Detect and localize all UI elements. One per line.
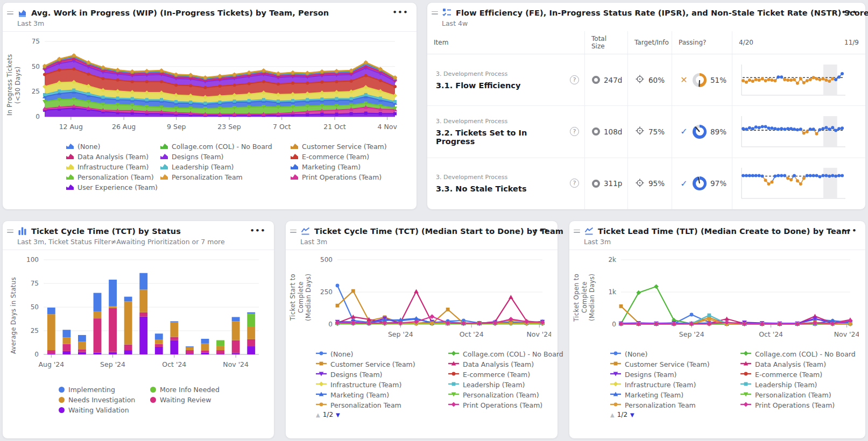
- page-down-icon[interactable]: ▼: [630, 412, 634, 418]
- page-up-icon[interactable]: ▲: [316, 412, 320, 418]
- svg-text:21 Oct: 21 Oct: [323, 123, 346, 131]
- legend-item[interactable]: (None): [316, 350, 443, 358]
- legend-swatch: [740, 350, 751, 357]
- panel-menu-button[interactable]: •••: [842, 8, 857, 16]
- legend-swatch: [316, 401, 327, 408]
- svg-text:100: 100: [26, 256, 39, 264]
- legend-item[interactable]: Implementing: [59, 386, 145, 394]
- drag-handle-icon[interactable]: [290, 229, 297, 234]
- legend-item[interactable]: Waiting Validation: [59, 406, 145, 414]
- row-name: 3.2. Tickets Set to In Progress: [436, 129, 566, 146]
- legend-item[interactable]: Customer Service (Team): [316, 360, 443, 368]
- help-icon[interactable]: ?: [570, 127, 579, 136]
- legend-item[interactable]: Print Operations (Team): [448, 401, 563, 409]
- legend-swatch: [59, 397, 65, 403]
- legend-item[interactable]: Personalization Team: [316, 401, 443, 409]
- legend-item[interactable]: E-commerce (Team): [740, 371, 865, 379]
- legend-label: E-commerce (Team): [463, 371, 530, 379]
- chart-legend: (None)Collage.com (COL) - No BoardCustom…: [610, 350, 865, 409]
- legend-item[interactable]: Leadership (Team): [160, 163, 285, 171]
- legend-item[interactable]: E-commerce (Team): [448, 371, 563, 379]
- legend-item[interactable]: Waiting Review: [150, 396, 274, 404]
- legend-item[interactable]: Infrastructure (Team): [316, 381, 443, 389]
- panel-menu-button[interactable]: •••: [842, 226, 857, 234]
- legend-item[interactable]: Collage.com (COL) - No Board: [740, 350, 865, 358]
- scorecard-body: 3. Development Process3.1. Flow Efficien…: [427, 54, 865, 209]
- legend-swatch: [160, 153, 168, 159]
- sparkline-cell: [732, 106, 865, 157]
- svg-text:0: 0: [612, 321, 616, 328]
- panel-subtitle: Last 3m: [584, 238, 858, 246]
- legend-label: Data Analysis (Team): [77, 153, 149, 161]
- legend-item[interactable]: Designs (Team): [316, 371, 443, 379]
- svg-text:0: 0: [328, 321, 333, 328]
- donut-gauge: [693, 73, 707, 87]
- legend-item[interactable]: Designs (Team): [160, 153, 285, 161]
- donut-gauge: [693, 176, 707, 190]
- legend-item[interactable]: User Experience (Team): [66, 183, 155, 191]
- legend-item[interactable]: (None): [610, 350, 735, 358]
- legend-item[interactable]: Marketing (Team): [316, 391, 443, 399]
- legend-item[interactable]: Personalization (Team): [740, 391, 865, 399]
- total-size-cell: 247d: [584, 54, 627, 105]
- page-down-icon[interactable]: ▼: [336, 412, 340, 418]
- y-axis-label: Ticket Open to Complete (Median Days): [573, 252, 596, 343]
- legend-item[interactable]: Leadership (Team): [448, 381, 563, 389]
- legend-swatch: [66, 183, 74, 190]
- legend-label: (None): [625, 350, 647, 358]
- page-up-icon[interactable]: ▲: [610, 412, 615, 418]
- legend-item[interactable]: More Info Needed: [150, 386, 274, 394]
- legend-item[interactable]: Print Operations (Team): [291, 173, 417, 181]
- legend-item[interactable]: Personalization Team: [610, 401, 735, 409]
- legend-item[interactable]: Data Analysis (Team): [740, 360, 865, 368]
- sparkline: [739, 115, 846, 148]
- target-value: 60%: [648, 76, 665, 84]
- legend-item[interactable]: Print Operations (Team): [740, 401, 865, 409]
- legend-item[interactable]: Data Analysis (Team): [66, 153, 155, 161]
- legend-item[interactable]: Customer Service (Team): [291, 143, 417, 151]
- drag-handle-icon[interactable]: [574, 229, 580, 234]
- size-ring-icon: [592, 127, 600, 136]
- legend-label: Print Operations (Team): [463, 401, 542, 409]
- legend-item[interactable]: E-commerce (Team): [291, 153, 417, 161]
- legend-item[interactable]: Infrastructure (Team): [610, 381, 735, 389]
- legend-label: Print Operations (Team): [755, 401, 835, 409]
- column-header-passing: Passing?: [672, 31, 732, 54]
- svg-text:0: 0: [34, 351, 39, 358]
- panel-header: Ticket Cycle Time (TCT) by Status ••• La…: [3, 221, 274, 250]
- svg-text:Nov '24: Nov '24: [526, 330, 551, 338]
- help-icon[interactable]: ?: [570, 179, 579, 188]
- legend-swatch: [160, 173, 168, 180]
- help-icon[interactable]: ?: [570, 75, 579, 84]
- panel-title: Ticket Lead Time (TLT) (Median Create to…: [598, 227, 850, 236]
- target-cell: 95%: [627, 158, 672, 209]
- legend-item[interactable]: Personalization (Team): [66, 173, 155, 181]
- sparkline-cell: [732, 54, 865, 105]
- legend-item[interactable]: Collage.com (COL) - No Board: [160, 143, 285, 151]
- legend-item[interactable]: Customer Service (Team): [610, 360, 735, 368]
- size-ring-icon: [592, 180, 600, 188]
- legend-item[interactable]: Infrastructure (Team): [66, 163, 155, 171]
- drag-handle-icon[interactable]: [7, 229, 13, 234]
- legend-item[interactable]: Personalization Team: [160, 173, 285, 181]
- passing-value: 89%: [710, 127, 726, 136]
- legend-item[interactable]: Designs (Team): [610, 371, 735, 379]
- panel-menu-button[interactable]: •••: [534, 226, 549, 234]
- legend-item[interactable]: Marketing (Team): [291, 163, 417, 171]
- legend-label: Collage.com (COL) - No Board: [463, 350, 563, 358]
- drag-handle-icon[interactable]: [432, 10, 438, 16]
- legend-label: (None): [77, 143, 100, 151]
- legend-label: Leadership (Team): [463, 381, 525, 389]
- legend-item[interactable]: Needs Investigation: [59, 396, 145, 404]
- legend-item[interactable]: Collage.com (COL) - No Board: [448, 350, 563, 358]
- panel-menu-button[interactable]: •••: [250, 226, 266, 234]
- legend-item[interactable]: Personalization (Team): [448, 391, 563, 399]
- panel-menu-button[interactable]: •••: [393, 8, 408, 16]
- legend-item[interactable]: Leadership (Team): [740, 381, 865, 389]
- drag-handle-icon[interactable]: [7, 10, 13, 16]
- legend-item[interactable]: (None): [66, 143, 155, 151]
- legend-item[interactable]: Marketing (Team): [610, 391, 735, 399]
- chart-legend: (None)Collage.com (COL) - No BoardCustom…: [316, 350, 558, 409]
- legend-item[interactable]: Data Analysis (Team): [448, 360, 563, 368]
- legend-swatch: [66, 143, 74, 149]
